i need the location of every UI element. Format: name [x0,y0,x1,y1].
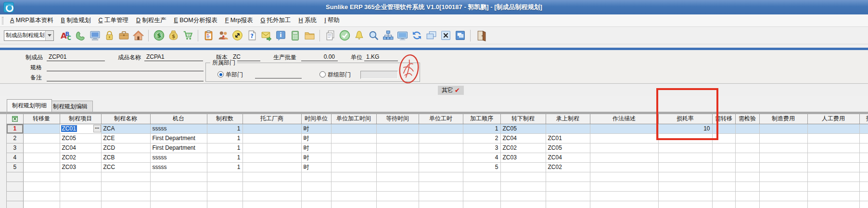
table-cell[interactable]: ZCA [101,124,150,133]
table-cell[interactable] [419,182,463,191]
table-cell[interactable] [207,201,243,208]
table-cell[interactable]: 2 [463,133,500,143]
row-number[interactable]: 4 [7,153,23,162]
table-cell[interactable] [759,162,807,172]
table-cell[interactable] [735,172,759,182]
table-cell[interactable] [331,133,376,143]
table-cell[interactable] [759,182,807,191]
table-cell[interactable] [759,191,807,201]
table-cell[interactable] [331,182,376,191]
table-cell[interactable] [463,191,500,201]
editing-cell-value[interactable]: ZC01 [61,125,77,132]
money-bag-icon[interactable] [166,29,180,42]
table-cell[interactable] [859,143,868,153]
row-number[interactable] [7,182,23,191]
menu-item-H[interactable]: H 系统 [295,15,321,26]
table-cell[interactable] [243,172,301,182]
table-cell[interactable] [301,201,331,208]
table-cell[interactable] [419,162,463,172]
table-cell[interactable] [759,143,807,153]
check-circle-icon[interactable] [337,29,352,42]
row-number[interactable]: 2 [7,133,23,143]
transfer-arrows-icon[interactable] [230,29,244,42]
table-cell[interactable] [658,172,712,182]
table-cell[interactable] [658,153,712,162]
table-cell[interactable]: ZCC [101,162,150,172]
table-cell[interactable] [712,162,735,172]
table-cell[interactable]: 3 [463,143,500,153]
help-document-icon[interactable] [244,29,259,42]
table-cell[interactable] [331,172,376,182]
column-header[interactable]: 时间单位 [301,114,331,124]
table-cell[interactable]: First Department [150,143,207,153]
table-cell[interactable] [301,191,331,201]
windows-icon[interactable] [453,29,467,42]
table-cell[interactable] [243,182,301,191]
table-cell[interactable] [658,162,712,172]
table-cell[interactable] [807,162,859,172]
table-cell[interactable] [376,191,419,201]
table-cell[interactable]: 1 [463,124,500,133]
table-cell[interactable] [419,124,463,133]
column-header[interactable]: 机台 [150,114,207,124]
table-cell[interactable] [859,182,868,191]
table-cell[interactable]: ZC02 [500,143,546,153]
table-cell[interactable] [243,124,301,133]
table-cell[interactable]: ZC01··· [60,124,101,133]
table-cell[interactable] [807,201,859,208]
table-cell[interactable] [807,124,859,133]
table-cell[interactable] [376,201,419,208]
column-header[interactable]: 制造费用 [759,114,807,124]
spec-field[interactable] [47,63,204,71]
row-number[interactable]: 5 [7,162,23,172]
table-cell[interactable] [807,133,859,143]
table-cell[interactable] [735,143,759,153]
table-cell[interactable] [419,133,463,143]
table-cell[interactable] [101,172,150,182]
table-cell[interactable] [331,191,376,201]
sitemap-icon[interactable] [381,29,395,42]
table-cell[interactable] [859,201,868,208]
column-header[interactable]: 承上制程 [546,114,590,124]
table-cell[interactable] [301,172,331,182]
table-cell[interactable] [23,191,60,201]
batch-field[interactable]: 0.00 [301,53,338,61]
table-cell[interactable] [807,182,859,191]
table-cell[interactable] [712,153,735,162]
table-cell[interactable] [735,201,759,208]
table-cell[interactable]: 时 [301,162,331,172]
table-cell[interactable] [500,191,546,201]
menu-item-D[interactable]: D 制程生产 [132,15,170,26]
table-cell[interactable]: 1 [207,153,243,162]
phone-icon[interactable] [73,29,88,42]
table-cell[interactable]: ZC04 [60,143,101,153]
table-cell[interactable] [590,172,658,182]
table-cell[interactable] [590,153,658,162]
table-cell[interactable] [23,172,60,182]
menu-item-A[interactable]: A MRP基本资料 [6,15,57,26]
table-cell[interactable]: sssss [150,162,207,172]
table-cell[interactable] [590,182,658,191]
column-header[interactable]: 需检验 [735,114,759,124]
table-cell[interactable]: ZCE [101,133,150,143]
row-number[interactable] [7,172,23,182]
users-icon[interactable] [216,29,230,42]
calculator-icon[interactable] [288,29,302,42]
table-cell[interactable] [463,182,500,191]
font-color-icon[interactable] [59,29,73,42]
table-cell[interactable] [331,143,376,153]
table-cell[interactable] [735,124,759,133]
table-cell[interactable] [590,162,658,172]
exit-door-icon[interactable] [473,29,488,42]
table-cell[interactable] [101,182,150,191]
refresh-icon[interactable] [409,29,424,42]
cascade-windows-icon[interactable] [424,29,438,42]
table-cell[interactable] [500,201,546,208]
table-cell[interactable] [376,172,419,182]
bell-icon[interactable] [352,29,366,42]
table-cell[interactable] [658,182,712,191]
table-cell[interactable] [500,172,546,182]
table-cell[interactable] [859,191,868,201]
table-cell[interactable] [23,201,60,208]
table-cell[interactable]: 1 [207,162,243,172]
